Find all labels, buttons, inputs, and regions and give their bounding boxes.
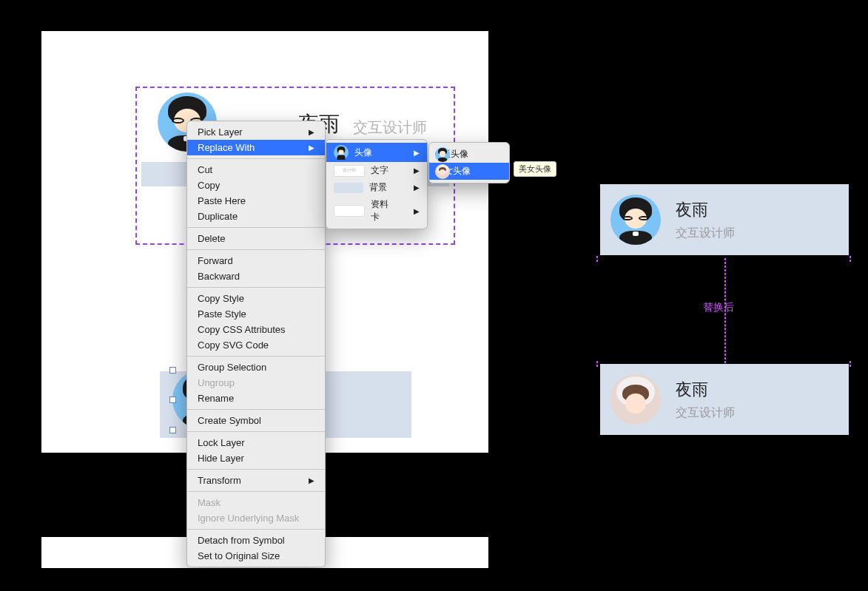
menu-label: Copy <box>198 180 220 191</box>
profile-role: 交互设计师 <box>676 405 735 421</box>
menu-label: Mask <box>198 497 221 508</box>
menu-label: Forward <box>198 255 233 266</box>
submenu-label: 背景 <box>369 181 396 194</box>
menu-label: Ungroup <box>198 377 235 388</box>
menu-label: Cut <box>198 164 212 175</box>
tooltip: 美女头像 <box>514 161 556 177</box>
menu-label: Rename <box>198 393 234 404</box>
menu-label: Delete <box>198 233 226 244</box>
menu-label: Group Selection <box>198 362 266 373</box>
menu-label: Copy SVG Code <box>198 340 269 351</box>
menu-separator <box>187 249 325 250</box>
avatar-submenu[interactable]: Q版头像 美女头像 <box>428 142 510 183</box>
menu-set-original-size[interactable]: Set to Original Size <box>187 548 325 564</box>
menu-label: Detach from Symbol <box>198 535 285 546</box>
menu-pick-layer[interactable]: Pick Layer ▶ <box>187 124 325 140</box>
menu-separator <box>187 356 325 357</box>
menu-label: Backward <box>198 271 240 282</box>
menu-label: Paste Here <box>198 195 246 206</box>
q-avatar-icon <box>435 147 450 162</box>
menu-hide-layer[interactable]: Hide Layer <box>187 450 325 466</box>
menu-label: Transform <box>198 475 241 486</box>
menu-label: Lock Layer <box>198 437 245 448</box>
profile-role: 交互设计师 <box>676 226 735 241</box>
submenu-item-avatar[interactable]: 头像 ▶ <box>326 143 427 162</box>
guide-tick <box>596 256 598 262</box>
submenu-arrow-icon: ▶ <box>414 149 420 157</box>
girl-person-icon <box>610 374 661 425</box>
menu-separator <box>187 431 325 432</box>
submenu-arrow-icon: ▶ <box>414 183 420 192</box>
menu-mask: Mask <box>187 495 325 510</box>
menu-group-selection[interactable]: Group Selection <box>187 359 325 375</box>
replace-with-submenu[interactable]: 头像 ▶ 设计师 文字 ▶ 背景 ▶ 资料卡 ▶ <box>326 139 428 229</box>
resize-handle[interactable] <box>169 367 176 374</box>
submenu-arrow-icon: ▶ <box>309 143 314 152</box>
menu-label: Ignore Underlying Mask <box>198 513 299 524</box>
submenu-arrow-icon: ▶ <box>309 128 314 136</box>
menu-copy-style[interactable]: Copy Style <box>187 291 325 306</box>
menu-separator <box>187 287 325 288</box>
menu-separator <box>187 491 325 492</box>
submenu-arrow-icon: ▶ <box>309 476 314 484</box>
submenu-item-text[interactable]: 设计师 文字 ▶ <box>326 162 427 179</box>
menu-paste-style[interactable]: Paste Style <box>187 306 325 322</box>
menu-label: Paste Style <box>198 308 246 320</box>
submenu-item-card[interactable]: 资料卡 ▶ <box>326 196 427 226</box>
guide-tick <box>596 361 598 367</box>
guide-tick <box>850 361 851 367</box>
submenu-label: 头像 <box>354 146 396 159</box>
card-thumb-icon <box>334 205 365 217</box>
menu-backward[interactable]: Backward <box>187 269 325 284</box>
menu-label: Hide Layer <box>198 453 244 464</box>
menu-separator <box>187 158 325 159</box>
avatar-cartoon <box>610 195 661 245</box>
girl-avatar-icon <box>435 164 450 179</box>
submenu-arrow-icon: ▶ <box>414 207 420 215</box>
menu-cut[interactable]: Cut <box>187 162 325 178</box>
profile-role: 交互设计师 <box>353 118 427 138</box>
menu-label: Copy Style <box>198 293 244 304</box>
avatar-girl <box>610 374 661 425</box>
submenu-label: 文字 <box>371 164 396 177</box>
menu-copy-svg[interactable]: Copy SVG Code <box>187 337 325 353</box>
resize-handle[interactable] <box>169 427 176 433</box>
menu-separator <box>187 227 325 228</box>
menu-forward[interactable]: Forward <box>187 253 325 269</box>
menu-label: Replace With <box>198 142 255 153</box>
bg-thumb-icon <box>334 183 363 193</box>
menu-paste-here[interactable]: Paste Here <box>187 193 325 209</box>
menu-replace-with[interactable]: Replace With ▶ <box>187 140 325 155</box>
menu-duplicate[interactable]: Duplicate <box>187 209 325 224</box>
menu-lock-layer[interactable]: Lock Layer <box>187 435 325 450</box>
result-card-after: 夜雨 交互设计师 <box>600 364 849 435</box>
menu-detach-symbol[interactable]: Detach from Symbol <box>187 533 325 548</box>
menu-transform[interactable]: Transform ▶ <box>187 473 325 488</box>
resize-handle[interactable] <box>169 396 176 403</box>
context-menu[interactable]: Pick Layer ▶ Replace With ▶ Cut Copy Pas… <box>186 121 326 567</box>
menu-label: Set to Original Size <box>198 550 280 561</box>
menu-separator <box>187 469 325 470</box>
profile-name: 夜雨 <box>676 379 735 401</box>
tooltip-text: 美女头像 <box>519 164 551 173</box>
submenu-item-q-avatar[interactable]: Q版头像 <box>429 146 509 163</box>
menu-label: Copy CSS Attributes <box>198 324 286 335</box>
cartoon-person-icon <box>610 195 661 245</box>
menu-separator <box>187 409 325 410</box>
menu-copy[interactable]: Copy <box>187 178 325 193</box>
text-thumb-icon: 设计师 <box>334 165 365 177</box>
submenu-label: 资料卡 <box>371 198 396 223</box>
guide-tick <box>850 256 851 262</box>
menu-label: Duplicate <box>198 211 238 222</box>
menu-label: Pick Layer <box>198 126 243 138</box>
result-card-before: 夜雨 交互设计师 <box>600 184 849 255</box>
menu-create-symbol[interactable]: Create Symbol <box>187 413 325 428</box>
menu-delete[interactable]: Delete <box>187 231 325 246</box>
avatar-thumb-icon <box>334 145 349 160</box>
submenu-item-bg[interactable]: 背景 ▶ <box>326 179 427 196</box>
menu-rename[interactable]: Rename <box>187 391 325 406</box>
canvas-bottom-crop <box>0 453 868 537</box>
menu-copy-css[interactable]: Copy CSS Attributes <box>187 322 325 337</box>
submenu-item-girl-avatar[interactable]: 美女头像 <box>429 163 509 180</box>
replace-label: 替换后 <box>703 301 734 314</box>
